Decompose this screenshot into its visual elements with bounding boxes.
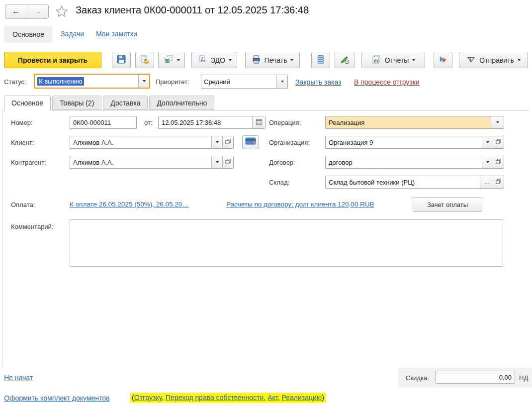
print-label: Печать [265, 56, 287, 64]
reports-button[interactable]: Отчеты [361, 52, 425, 68]
priority-combobox[interactable]: Средний [201, 75, 288, 89]
edit-schedule-button[interactable] [335, 52, 355, 68]
edo-button[interactable]: ЭДО [191, 52, 237, 68]
counterparty-open-button[interactable] [222, 156, 233, 168]
shipping-state-link[interactable]: В процессе отгрузки [354, 78, 420, 86]
client-dropdown-button[interactable] [211, 136, 222, 148]
payment-card-button[interactable] [242, 135, 259, 149]
print-button[interactable]: Печать [245, 52, 300, 68]
tab-main[interactable]: Основное [4, 26, 53, 43]
date-label: от: [144, 119, 153, 126]
organization-field[interactable]: Организация 9 [325, 136, 504, 149]
edo-label: ЭДО [210, 56, 225, 64]
order-window: ← → Заказ клиента 0К00-000011 от 12.05.2… [0, 0, 532, 407]
create-based-on-button[interactable] [158, 52, 185, 68]
post-and-close-label: Провести и закрыть [18, 56, 88, 64]
number-label: Номер: [11, 119, 33, 126]
client-field[interactable]: Алхимов А.А. [70, 136, 234, 149]
payment-label: Оплата: [11, 201, 35, 208]
send-label: Отправить [479, 56, 514, 64]
close-order-link[interactable]: Закрыть заказ [295, 78, 342, 86]
payment-offset-button[interactable]: Зачет оплаты [413, 197, 482, 212]
discussions-button[interactable] [434, 52, 452, 68]
doc-link-act[interactable]: Акт [267, 394, 277, 402]
vat-label: НД [519, 374, 528, 382]
payment-schedule-link[interactable]: К оплате 26.05.2025 (50%), 26.05.20… [70, 201, 189, 208]
tab-my-notes[interactable]: Мои заметки [96, 30, 137, 38]
discount-input[interactable] [436, 371, 515, 384]
task-state-link[interactable]: Не начат [4, 374, 33, 382]
counterparty-value: Алхимов А.А. [70, 156, 211, 168]
contract-dropdown-caret [486, 161, 489, 163]
tab-osnovnoe[interactable]: Основное [4, 96, 51, 110]
status-dropdown-button[interactable] [138, 75, 149, 88]
client-open-button[interactable] [222, 136, 233, 148]
paren-close: ) [322, 394, 324, 402]
contract-field[interactable]: договор [325, 156, 504, 169]
forward-button[interactable]: → [27, 4, 49, 18]
warehouse-label: Склад: [269, 179, 289, 186]
operation-value: Реализация [326, 116, 491, 128]
calendar-picker-button[interactable] [252, 116, 265, 128]
counterparty-dropdown-caret [216, 161, 219, 163]
edo-icon [197, 54, 207, 66]
send-dropdown-caret [518, 59, 521, 61]
tab-dostavka[interactable]: Доставка [103, 96, 148, 110]
reports-label: Отчеты [385, 56, 409, 64]
print-dropdown-caret [290, 59, 293, 61]
organization-open-button[interactable] [493, 136, 504, 148]
date-value: 12.05.2025 17:36:48 [159, 116, 252, 128]
open-in-form-icon [495, 138, 502, 146]
create-based-on-dropdown-caret [177, 59, 180, 61]
priority-dropdown-button[interactable] [276, 75, 287, 88]
counterparty-dropdown-button[interactable] [211, 156, 222, 168]
register-records-button[interactable] [311, 52, 330, 68]
post-and-close-button[interactable]: Провести и закрыть [4, 52, 101, 68]
separator: , [162, 394, 166, 402]
tab-dopolnitelno[interactable]: Дополнительно [149, 96, 214, 110]
contract-value: договор [326, 156, 482, 168]
comment-label: Комментарий: [11, 223, 54, 230]
client-dropdown-caret [216, 141, 219, 143]
calendar-icon [256, 118, 263, 127]
status-combobox[interactable]: К выполнению [34, 74, 150, 89]
make-documents-link[interactable]: Оформить комплект документов [4, 394, 110, 402]
pencil-clock-icon [340, 54, 350, 66]
print-icon [252, 55, 261, 66]
operation-dropdown-button[interactable] [491, 116, 504, 128]
operation-label: Операция: [269, 119, 301, 126]
tab-tasks[interactable]: Задачи [61, 30, 84, 38]
warehouse-open-button[interactable] [493, 176, 504, 188]
contract-settlements-link[interactable]: Расчеты по договору: долг клиента 120,00… [226, 201, 374, 208]
warehouse-field[interactable]: Склад бытовой техники (РЦ) ... [325, 176, 504, 189]
contract-open-button[interactable] [493, 156, 504, 168]
save-button[interactable] [112, 52, 131, 68]
payment-offset-label: Зачет оплаты [427, 201, 468, 208]
back-button[interactable]: ← [5, 4, 27, 18]
discussions-icon [438, 54, 448, 66]
priority-label: Приоритет: [156, 78, 189, 86]
tab-tovary[interactable]: Товары (2) [52, 96, 101, 110]
status-value: К выполнению [37, 77, 84, 86]
post-document-button[interactable] [135, 52, 154, 68]
totals-panel: Скидка: НД [398, 368, 532, 388]
contract-dropdown-button[interactable] [482, 156, 493, 168]
number-input[interactable] [70, 116, 137, 129]
counterparty-field[interactable]: Алхимов А.А. [70, 156, 234, 169]
doc-link-shipment[interactable]: Отгрузку [134, 394, 162, 402]
doc-link-ownership-transfer[interactable]: Переход права собственности [166, 394, 264, 402]
send-button[interactable]: Отправить [459, 52, 528, 68]
doc-link-realization[interactable]: Реализацию [281, 394, 322, 402]
status-label: Статус: [4, 78, 26, 86]
operation-combobox[interactable]: Реализация [325, 116, 504, 129]
warehouse-select-button[interactable]: ... [480, 176, 493, 188]
favorite-star-icon[interactable] [55, 4, 69, 20]
organization-dropdown-button[interactable] [482, 136, 493, 148]
edo-dropdown-caret [229, 59, 232, 61]
counterparty-label: Контрагент: [11, 159, 46, 166]
date-field[interactable]: 12.05.2025 17:36:48 [158, 116, 266, 129]
documents-set-highlight: (Отгрузку, Переход права собственности, … [130, 393, 326, 403]
create-based-on-icon [164, 54, 174, 66]
comment-textarea[interactable] [70, 219, 503, 267]
save-icon [116, 54, 126, 66]
